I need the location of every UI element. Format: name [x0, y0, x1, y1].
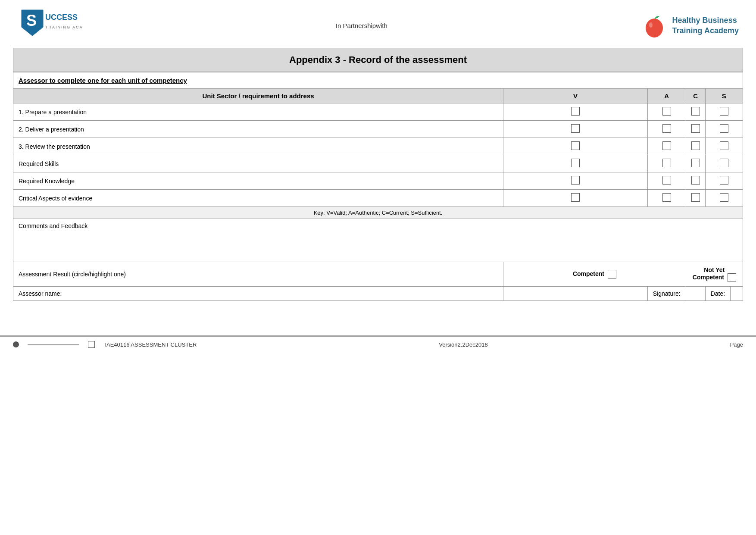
s-check-0[interactable] [705, 103, 743, 121]
v-check-4[interactable] [503, 172, 648, 190]
v-check-0[interactable] [503, 103, 648, 121]
checkbox[interactable] [571, 193, 580, 202]
checkbox[interactable] [662, 159, 671, 167]
s-check-5[interactable] [705, 190, 743, 207]
page-footer: TAE40116 ASSESSMENT CLUSTER Version2.2De… [0, 335, 756, 352]
checkbox[interactable] [720, 176, 728, 185]
c-header: C [686, 89, 705, 103]
checkbox[interactable] [720, 107, 728, 116]
checkbox[interactable] [571, 124, 580, 133]
not-yet-label: Not Yet Competent [693, 266, 725, 281]
s-check-1[interactable] [705, 121, 743, 138]
signature-value[interactable] [686, 287, 705, 301]
v-check-3[interactable] [503, 155, 648, 172]
svg-point-4 [646, 19, 663, 38]
table-row: 3. Review the presentation [13, 138, 743, 155]
competent-label: Competent [573, 270, 604, 277]
checkbox[interactable] [691, 193, 700, 202]
footer-mini-box [88, 341, 95, 348]
checkbox[interactable] [662, 107, 671, 116]
checkbox[interactable] [691, 176, 700, 185]
checkbox[interactable] [662, 176, 671, 185]
s-header: S [705, 89, 743, 103]
comments-cell[interactable]: Comments and Feedback [13, 219, 743, 262]
comments-label: Comments and Feedback [19, 222, 87, 229]
c-check-2[interactable] [686, 138, 705, 155]
checkbox[interactable] [571, 107, 580, 116]
svg-point-5 [649, 22, 653, 28]
a-header: A [647, 89, 686, 103]
a-check-4[interactable] [647, 172, 686, 190]
main-content: Appendix 3 - Record of the assessment As… [0, 48, 756, 301]
footer-dot [13, 341, 19, 347]
unit-sector-header: Unit Sector / requirement to address [13, 89, 503, 103]
partnership-text: In Partnershipwith [336, 22, 387, 29]
checkbox[interactable] [571, 159, 580, 167]
checkbox[interactable] [720, 124, 728, 133]
c-check-1[interactable] [686, 121, 705, 138]
row-label: Required Knowledge [13, 172, 503, 190]
hbta-logo: Healthy Business Training Academy [641, 13, 739, 39]
signature-label: Signature: [647, 287, 686, 301]
c-check-5[interactable] [686, 190, 705, 207]
s-check-2[interactable] [705, 138, 743, 155]
course-code: TAE40116 ASSESSMENT CLUSTER [103, 341, 197, 348]
assessor-row: Assessor name: Signature: Date: [13, 287, 743, 301]
v-check-1[interactable] [503, 121, 648, 138]
svg-text:S: S [26, 12, 37, 29]
table-row: Critical Aspects of evidence [13, 190, 743, 207]
row-label: 1. Prepare a presentation [13, 103, 503, 121]
key-text: Key: V=Valid; A=Authentic; C=Current; S=… [13, 207, 743, 219]
assessor-instruction: Assessor to complete one for each unit o… [13, 72, 743, 89]
date-value[interactable] [731, 287, 743, 300]
comments-row: Comments and Feedback [13, 219, 743, 262]
assessor-name-value[interactable] [503, 287, 648, 301]
a-check-3[interactable] [647, 155, 686, 172]
v-header: V [503, 89, 648, 103]
not-yet-cell[interactable]: Not Yet Competent [686, 262, 743, 287]
hbta-name: Healthy Business Training Academy [672, 16, 739, 36]
svg-text:TRAINING ACADEMY: TRAINING ACADEMY [45, 25, 82, 29]
table-row: Required Knowledge [13, 172, 743, 190]
checkbox[interactable] [691, 141, 700, 150]
svg-text:UCCESS: UCCESS [45, 13, 78, 22]
s-check-3[interactable] [705, 155, 743, 172]
a-check-2[interactable] [647, 138, 686, 155]
row-label: 3. Review the presentation [13, 138, 503, 155]
a-check-1[interactable] [647, 121, 686, 138]
competent-checkbox[interactable] [608, 270, 616, 278]
not-yet-checkbox[interactable] [728, 273, 736, 282]
checkbox[interactable] [720, 141, 728, 150]
checkbox[interactable] [662, 124, 671, 133]
assessor-name-label: Assessor name: [13, 287, 503, 301]
assessor-instruction-row: Assessor to complete one for each unit o… [13, 72, 743, 89]
table-row: 1. Prepare a presentation [13, 103, 743, 121]
a-check-5[interactable] [647, 190, 686, 207]
footer-dash [28, 344, 79, 345]
c-check-4[interactable] [686, 172, 705, 190]
checkbox[interactable] [571, 141, 580, 150]
a-check-0[interactable] [647, 103, 686, 121]
s-check-4[interactable] [705, 172, 743, 190]
date-section: Date: [705, 287, 743, 301]
checkbox[interactable] [691, 159, 700, 167]
page-label: Page [730, 341, 743, 348]
row-label: 2. Deliver a presentation [13, 121, 503, 138]
checkbox[interactable] [571, 176, 580, 185]
competent-cell[interactable]: Competent [503, 262, 686, 287]
v-check-5[interactable] [503, 190, 648, 207]
c-check-0[interactable] [686, 103, 705, 121]
page-header: S UCCESS TRAINING ACADEMY In Partnership… [0, 0, 756, 48]
checkbox[interactable] [662, 141, 671, 150]
row-label: Required Skills [13, 155, 503, 172]
checkbox[interactable] [720, 193, 728, 202]
checkbox[interactable] [691, 124, 700, 133]
result-row: Assessment Result (circle/highlight one)… [13, 262, 743, 287]
c-check-3[interactable] [686, 155, 705, 172]
checkbox[interactable] [720, 159, 728, 167]
checkbox[interactable] [662, 193, 671, 202]
result-label: Assessment Result (circle/highlight one) [13, 262, 503, 287]
checkbox[interactable] [691, 107, 700, 116]
table-row: 2. Deliver a presentation [13, 121, 743, 138]
v-check-2[interactable] [503, 138, 648, 155]
